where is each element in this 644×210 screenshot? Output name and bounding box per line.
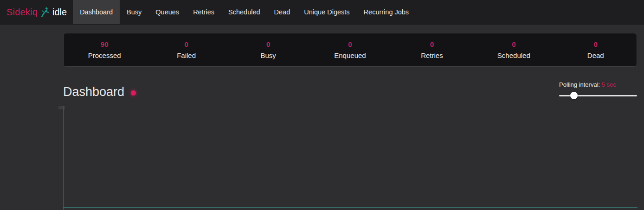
nav-menu: Dashboard Busy Queues Retries Scheduled …: [73, 0, 416, 24]
stat-enqueued-label: Enqueued: [334, 51, 366, 59]
polling-interval-control: Polling interval: 5 sec: [559, 81, 637, 99]
nav-item-scheduled[interactable]: Scheduled: [221, 0, 267, 24]
stat-scheduled-value: 0: [512, 40, 515, 48]
stat-dead-label: Dead: [587, 51, 604, 59]
top-navbar: Sidekiq idle Dashboard Busy Queues Retri…: [0, 0, 644, 25]
stat-retries-label: Retries: [421, 51, 443, 59]
polling-interval-value: 5 sec: [602, 81, 616, 88]
stat-failed-value: 0: [184, 40, 188, 48]
process-status: idle: [52, 7, 67, 18]
stat-retries[interactable]: 0 Retries: [391, 33, 473, 66]
nav-item-recurring-jobs[interactable]: Recurring Jobs: [357, 0, 416, 24]
stat-failed[interactable]: 0 Failed: [145, 33, 227, 66]
nav-item-dashboard[interactable]: Dashboard: [73, 0, 120, 24]
sidekiq-dashboard-page: { "navbar": { "brand": "Sidekiq", "statu…: [0, 0, 644, 210]
stat-enqueued[interactable]: 0 Enqueued: [309, 33, 391, 66]
chart-zero-line: [64, 207, 638, 208]
stat-processed-label: Processed: [88, 51, 121, 59]
nav-item-unique-digests[interactable]: Unique Digests: [297, 0, 356, 24]
sidekiq-gymnast-icon: [41, 7, 49, 17]
polling-interval-label: Polling interval:: [559, 81, 600, 88]
live-beacon-indicator: [131, 90, 136, 95]
stat-dead[interactable]: 0 Dead: [555, 33, 637, 66]
brand-link[interactable]: Sidekiq idle: [0, 0, 67, 24]
chart-axis-tick-label: [58, 106, 65, 109]
stat-busy[interactable]: 0 Busy: [227, 33, 309, 66]
stat-processed-value: 90: [101, 40, 109, 48]
stat-retries-value: 0: [430, 40, 434, 48]
page-header: Dashboard: [63, 85, 136, 99]
brand-title: Sidekiq: [6, 7, 38, 18]
stats-summary-bar: 90 Processed 0 Failed 0 Busy 0 Enqueued …: [63, 33, 637, 67]
nav-item-queues[interactable]: Queues: [148, 0, 186, 24]
nav-item-busy[interactable]: Busy: [120, 0, 148, 24]
polling-slider-thumb[interactable]: [570, 92, 578, 99]
nav-item-retries[interactable]: Retries: [186, 0, 221, 24]
nav-item-dead[interactable]: Dead: [267, 0, 297, 24]
stat-scheduled[interactable]: 0 Scheduled: [473, 33, 554, 66]
page-title: Dashboard: [63, 85, 124, 99]
stat-failed-label: Failed: [177, 51, 196, 59]
stat-busy-value: 0: [266, 40, 270, 48]
realtime-chart: [63, 106, 638, 210]
stat-enqueued-value: 0: [348, 40, 352, 48]
stat-scheduled-label: Scheduled: [497, 51, 530, 59]
stat-dead-value: 0: [594, 40, 598, 48]
polling-interval-slider[interactable]: [559, 92, 637, 99]
polling-interval-text: Polling interval: 5 sec: [559, 81, 637, 88]
stat-processed[interactable]: 90 Processed: [64, 33, 145, 66]
stat-busy-label: Busy: [260, 51, 276, 59]
